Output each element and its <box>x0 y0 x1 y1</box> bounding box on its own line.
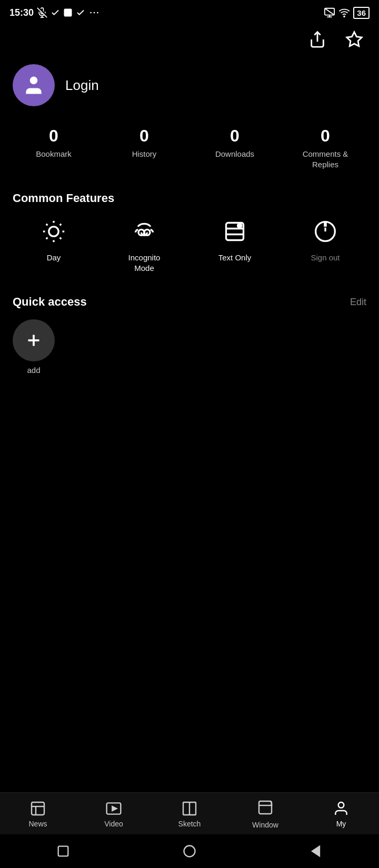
top-action-bar <box>0 23 379 56</box>
day-label: Day <box>47 253 61 263</box>
feature-day[interactable]: Day <box>8 216 99 273</box>
svg-rect-33 <box>32 802 44 815</box>
history-label: History <box>132 149 157 159</box>
sys-back-button[interactable] <box>306 842 325 861</box>
bottom-nav: News Video Sketch 1 Window M <box>0 792 379 834</box>
my-icon <box>333 800 350 817</box>
news-icon <box>29 800 46 817</box>
svg-point-15 <box>49 227 58 236</box>
downloads-count: 0 <box>230 126 240 146</box>
svg-rect-43 <box>58 846 68 856</box>
svg-point-4 <box>90 12 92 14</box>
svg-point-5 <box>94 12 95 14</box>
comments-count: 0 <box>321 126 330 146</box>
sketch-icon <box>181 800 198 817</box>
screen-record-icon <box>324 7 335 18</box>
status-right-icons: 36 <box>324 7 370 19</box>
window-label: Window <box>252 821 278 829</box>
comments-label: Comments &Replies <box>303 149 348 169</box>
svg-point-14 <box>30 77 38 85</box>
signout-icon <box>310 216 341 247</box>
avatar[interactable] <box>13 64 55 106</box>
downloads-label: Downloads <box>215 149 254 159</box>
nav-item-my[interactable]: My <box>303 800 379 828</box>
status-time-group: 15:30 <box>9 7 100 18</box>
check2-icon <box>76 8 85 17</box>
wifi-icon <box>338 7 350 18</box>
sketch-label: Sketch <box>178 820 201 828</box>
feature-incognito[interactable]: IncognitoMode <box>99 216 190 273</box>
nav-item-window[interactable]: 1 Window <box>227 799 303 829</box>
quick-add-label: add <box>27 366 40 375</box>
stat-history[interactable]: 0 History <box>99 126 190 169</box>
bookmark-count: 0 <box>49 126 58 146</box>
svg-point-44 <box>184 846 195 857</box>
svg-marker-45 <box>312 846 320 856</box>
signout-label: Sign out <box>311 253 340 263</box>
svg-point-27 <box>238 224 242 227</box>
share-button[interactable] <box>305 27 330 52</box>
square-icon <box>63 8 73 17</box>
news-label: News <box>28 820 47 828</box>
stat-comments[interactable]: 0 Comments &Replies <box>280 126 371 169</box>
textonly-label: Text Only <box>218 253 252 263</box>
feature-signout[interactable]: Sign out <box>280 216 371 273</box>
window-badge-count: 1 <box>270 800 273 806</box>
svg-line-18 <box>46 224 48 226</box>
svg-point-6 <box>97 12 98 14</box>
edit-button[interactable]: Edit <box>350 297 366 308</box>
svg-marker-13 <box>347 32 362 46</box>
sys-recents-button[interactable] <box>180 842 199 861</box>
svg-point-42 <box>338 802 344 808</box>
quick-access-title: Quick access <box>13 295 87 309</box>
status-time: 15:30 <box>9 7 34 18</box>
svg-rect-3 <box>64 9 72 16</box>
nav-item-sketch[interactable]: Sketch <box>152 800 227 828</box>
incognito-icon <box>128 216 160 247</box>
features-grid: Day IncognitoMode Text Only <box>0 216 379 289</box>
stats-row: 0 Bookmark 0 History 0 Downloads 0 Comme… <box>0 121 379 185</box>
svg-line-23 <box>60 224 62 226</box>
video-label: Video <box>104 820 123 828</box>
window-badge: 1 <box>257 799 274 818</box>
nav-item-news[interactable]: News <box>0 800 76 828</box>
check-icon <box>51 8 60 17</box>
video-icon <box>105 800 122 817</box>
stat-bookmark[interactable]: 0 Bookmark <box>8 126 99 169</box>
stat-downloads[interactable]: 0 Downloads <box>190 126 280 169</box>
incognito-label: IncognitoMode <box>128 253 161 273</box>
profile-section[interactable]: Login <box>0 56 379 121</box>
system-nav <box>0 834 379 868</box>
profile-name: Login <box>65 77 99 94</box>
more-icon <box>88 7 100 18</box>
quick-add-button[interactable] <box>13 319 55 361</box>
common-features-title: Common Features <box>0 185 379 216</box>
textonly-icon <box>219 216 251 247</box>
svg-marker-37 <box>112 806 116 811</box>
battery-indicator: 36 <box>353 7 370 19</box>
svg-line-22 <box>46 238 48 239</box>
sys-home-button[interactable] <box>54 842 73 861</box>
bookmark-label: Bookmark <box>36 149 72 159</box>
settings-button[interactable] <box>342 27 366 52</box>
quick-access-items: add <box>0 319 379 375</box>
quick-access-header: Quick access Edit <box>0 289 379 319</box>
nav-item-video[interactable]: Video <box>76 800 152 828</box>
my-label: My <box>336 820 346 828</box>
feature-textonly[interactable]: Text Only <box>190 216 280 273</box>
svg-line-19 <box>60 238 62 239</box>
history-count: 0 <box>139 126 149 146</box>
svg-line-10 <box>325 8 334 15</box>
svg-point-11 <box>344 16 345 17</box>
day-icon <box>38 216 69 247</box>
mute-icon <box>37 7 47 18</box>
status-bar: 15:30 36 <box>0 0 379 23</box>
